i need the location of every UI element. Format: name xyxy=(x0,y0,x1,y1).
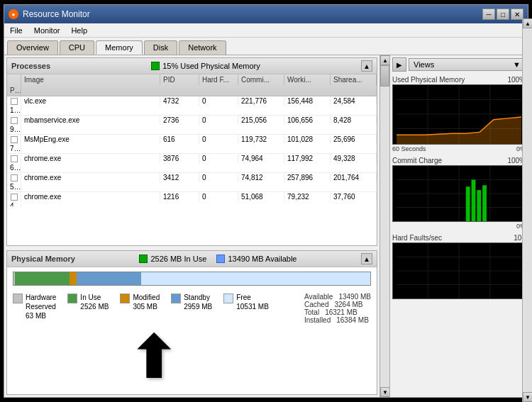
row-check[interactable] xyxy=(7,192,21,201)
row-shared: 49,328 xyxy=(331,154,377,163)
graph1-labels: 60 Seconds 0% xyxy=(392,145,526,152)
minimize-button[interactable]: ─ xyxy=(482,9,495,20)
col-pid[interactable]: PID xyxy=(160,74,199,85)
memory-in-use: 2526 MB In Use xyxy=(150,255,206,263)
row-image: chrome.exe xyxy=(21,154,160,163)
green-indicator xyxy=(151,62,160,70)
row-private: 75,332 xyxy=(7,144,21,153)
process-table: Image PID Hard F... Commi... Worki... Sh… xyxy=(7,74,377,245)
menu-help[interactable]: Help xyxy=(68,26,90,35)
memory-lower-left: HardwareReserved63 MB In Use2526 MB Modi… xyxy=(7,290,299,394)
right-scroll-down[interactable]: ▼ xyxy=(523,392,528,397)
col-image[interactable]: Image xyxy=(21,74,160,85)
row-pid: 2736 xyxy=(160,116,199,125)
stat-label: Total xyxy=(304,308,319,316)
processes-collapse[interactable]: ▲ xyxy=(361,60,372,72)
views-dropdown-icon: ▼ xyxy=(513,60,521,69)
table-row[interactable]: chrome.exe 1216 0 51,068 79,232 37,760 4… xyxy=(7,192,377,206)
memory-legend: HardwareReserved63 MB In Use2526 MB Modi… xyxy=(7,290,299,323)
col-shared[interactable]: Sharea... xyxy=(331,74,377,85)
right-scroll-track[interactable] xyxy=(523,55,528,392)
app-icon: ● xyxy=(9,9,18,19)
graph1-area xyxy=(392,84,526,145)
tab-disk[interactable]: Disk xyxy=(144,40,177,55)
row-check[interactable] xyxy=(7,173,21,182)
table-row[interactable]: chrome.exe 3412 0 74,812 257,896 201,764… xyxy=(7,173,377,192)
main-content: Processes 15% Used Physical Memory ▲ Ima… xyxy=(4,55,528,397)
row-pid: 3876 xyxy=(160,154,199,163)
row-hard: 0 xyxy=(199,96,238,106)
maximize-button[interactable]: □ xyxy=(497,9,509,20)
graph2-area xyxy=(392,165,526,222)
graph-physical-memory: Used Physical Memory 100% xyxy=(392,76,526,152)
menu-file[interactable]: File xyxy=(7,26,26,35)
tab-bar: Overview CPU Memory Disk Network xyxy=(4,38,528,55)
table-row[interactable]: vlc.exe 4732 0 221,776 156,448 24,584 13… xyxy=(7,96,377,116)
stat-label: Available xyxy=(304,293,333,301)
scroll-down-button[interactable]: ▼ xyxy=(380,387,390,397)
scroll-track[interactable] xyxy=(380,65,389,387)
memory-blue-dot xyxy=(216,255,225,263)
menu-monitor[interactable]: Monitor xyxy=(31,26,63,35)
graph1-svg xyxy=(393,85,525,144)
row-commit: 215,056 xyxy=(238,116,284,125)
memory-header: Physical Memory 2526 MB In Use 13490 MB … xyxy=(7,251,377,267)
scroll-up-button[interactable]: ▲ xyxy=(380,55,390,65)
row-commit: 74,964 xyxy=(238,154,284,163)
processes-status: 15% Used Physical Memory xyxy=(162,62,260,70)
row-hard: 0 xyxy=(199,154,238,163)
title-bar-left: ● Resource Monitor xyxy=(9,9,90,19)
memory-available: 13490 MB Available xyxy=(228,255,297,263)
legend-item-4: Free10531 MB xyxy=(223,293,269,320)
row-check[interactable] xyxy=(7,116,21,125)
row-private: 56,132 xyxy=(7,182,21,191)
tab-memory[interactable]: Memory xyxy=(96,40,143,55)
legend-text-1: In Use2526 MB xyxy=(80,293,109,311)
row-image: chrome.exe xyxy=(21,192,160,201)
graph3-labels: 0 xyxy=(392,300,526,307)
tab-cpu[interactable]: CPU xyxy=(60,40,94,55)
main-window: ● Resource Monitor ─ □ ✕ File Monitor He… xyxy=(4,4,528,398)
row-check[interactable] xyxy=(7,135,21,144)
graph1-title: Used Physical Memory 100% xyxy=(392,76,526,84)
row-image: mbamservice.exe xyxy=(21,116,160,125)
row-shared: 25,696 xyxy=(331,135,377,144)
table-row[interactable]: mbamservice.exe 2736 0 215,056 106,656 8… xyxy=(7,116,377,135)
tab-network[interactable]: Network xyxy=(179,40,226,55)
memory-collapse[interactable]: ▲ xyxy=(361,253,372,264)
graph2-svg xyxy=(393,166,525,221)
bar-standby xyxy=(77,272,141,285)
table-row[interactable]: MsMpEng.exe 616 0 119,732 101,028 25,696… xyxy=(7,135,377,154)
svg-rect-18 xyxy=(482,185,487,221)
legend-text-4: Free10531 MB xyxy=(236,293,269,311)
col-working[interactable]: Worki... xyxy=(284,74,331,85)
right-panel: ▶ Views ▼ Used Physical Memory 100% xyxy=(389,55,528,397)
graph3-svg xyxy=(393,243,525,298)
row-check[interactable] xyxy=(7,154,21,163)
row-shared: 201,764 xyxy=(331,173,377,182)
row-working: 117,992 xyxy=(284,154,331,163)
table-row[interactable]: chrome.exe 3876 0 74,964 117,992 49,328 … xyxy=(7,154,377,173)
row-hard: 0 xyxy=(199,135,238,144)
graph2-title: Commit Charge 100% xyxy=(392,157,526,164)
svg-rect-16 xyxy=(472,180,476,222)
physical-memory-section: Physical Memory 2526 MB In Use 13490 MB … xyxy=(6,250,377,395)
row-commit: 51,068 xyxy=(238,192,284,201)
stat-row: Total16321 MB xyxy=(304,308,371,316)
col-hard[interactable]: Hard F... xyxy=(199,74,238,85)
title-bar: ● Resource Monitor ─ □ ✕ xyxy=(4,5,528,23)
stat-row: Available13490 MB xyxy=(304,293,371,301)
expand-button[interactable]: ▶ xyxy=(392,57,406,72)
row-working: 156,448 xyxy=(284,96,331,106)
views-button[interactable]: Views ▼ xyxy=(409,58,526,71)
col-private[interactable]: Private ... xyxy=(7,85,21,96)
svg-rect-15 xyxy=(466,186,470,221)
bar-free xyxy=(141,272,370,285)
row-check[interactable] xyxy=(7,96,21,106)
legend-item-2: Modified305 MB xyxy=(120,293,160,320)
graph-panel: Used Physical Memory 100% xyxy=(390,74,528,397)
scroll-thumb[interactable] xyxy=(380,65,389,86)
tab-overview[interactable]: Overview xyxy=(7,40,58,55)
graph3-area xyxy=(392,242,526,299)
col-commit[interactable]: Commi... xyxy=(238,74,284,85)
